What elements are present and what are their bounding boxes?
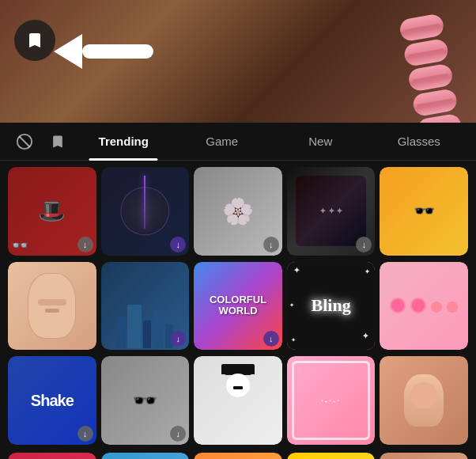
filter-raindrop[interactable]: 💧 xyxy=(101,453,190,459)
dl-badge-colorful: ↓ xyxy=(263,331,279,347)
arrow-head xyxy=(54,34,82,69)
arrow-shaft xyxy=(82,44,153,59)
ban-icon xyxy=(16,133,33,150)
tab-ban-icon[interactable] xyxy=(8,123,41,161)
tab-new[interactable]: New xyxy=(271,123,370,161)
dl-badge-sg2: ↓ xyxy=(170,426,186,442)
svg-line-1 xyxy=(20,136,30,146)
tab-bookmark-icon[interactable] xyxy=(41,123,74,161)
filter-galaxy[interactable]: ✦ ✦ ✦ ↓ xyxy=(287,167,376,256)
filter-city[interactable]: ↓ xyxy=(101,262,190,351)
filter-orange[interactable]: 🌅 xyxy=(194,453,282,459)
filter-face2[interactable]: 🙂 xyxy=(380,453,468,459)
filter-sunglasses2[interactable]: 🕶️ ↓ xyxy=(101,356,190,445)
dl-badge-sunflower: ↓ xyxy=(263,237,279,252)
filter-lipstick[interactable]: 💄 xyxy=(8,453,96,459)
filter-grid-row3: Shake ↓ 🕶️ ↓ ·-·-· xyxy=(0,356,476,451)
filter-pink-eyes[interactable] xyxy=(380,262,468,351)
camera-preview xyxy=(0,0,476,123)
dl-badge-shake: ↓ xyxy=(77,426,93,442)
filter-grid-row1: 🎩 👓 ↓ ↓ 🌸 ↓ ✦ ✦ ✦ xyxy=(0,161,476,262)
dl-badge-galaxy: ↓ xyxy=(356,237,372,252)
filter-grid-row2: ↓ COLORFULWORLD ↓ ✦ ✦ ✦ ✦ ✦ Bling xyxy=(0,262,476,357)
dl-badge-hat: ↓ xyxy=(77,237,93,252)
filter-grid-row4: 💄 💧 🌅 😊 🙂 xyxy=(0,451,476,459)
filter-emoji[interactable]: 😊 xyxy=(287,453,376,459)
bookmark-button[interactable] xyxy=(14,20,55,61)
filter-colorful[interactable]: COLORFULWORLD ↓ xyxy=(194,262,282,351)
filter-shake[interactable]: Shake ↓ xyxy=(8,356,96,445)
filter-bling[interactable]: ✦ ✦ ✦ ✦ ✦ Bling xyxy=(287,262,376,351)
tabs-row: Trending Game New Glasses xyxy=(0,123,476,161)
filter-woman[interactable] xyxy=(380,356,468,445)
dl-badge-laser: ↓ xyxy=(170,237,186,252)
filter-tabs-area: Trending Game New Glasses 🎩 👓 ↓ ↓ 🌸 xyxy=(0,123,476,459)
macarons-decoration xyxy=(399,13,463,123)
filter-chaplin[interactable] xyxy=(194,356,282,445)
arrow-indicator xyxy=(55,34,153,69)
filter-sunflower[interactable]: 🌸 ↓ xyxy=(194,167,282,256)
tab-glasses[interactable]: Glasses xyxy=(370,123,469,161)
tab-trending[interactable]: Trending xyxy=(74,123,173,161)
filter-laser[interactable]: ↓ xyxy=(101,167,190,256)
filter-hat[interactable]: 🎩 👓 ↓ xyxy=(8,167,96,256)
filter-frame-pink[interactable]: ·-·-· xyxy=(287,356,376,445)
filter-glasses[interactable]: 🕶️ xyxy=(380,167,468,256)
bookmark-icon xyxy=(25,31,44,50)
filter-face[interactable] xyxy=(8,262,96,351)
tab-game[interactable]: Game xyxy=(173,123,272,161)
bookmark-tab-icon xyxy=(50,134,66,150)
